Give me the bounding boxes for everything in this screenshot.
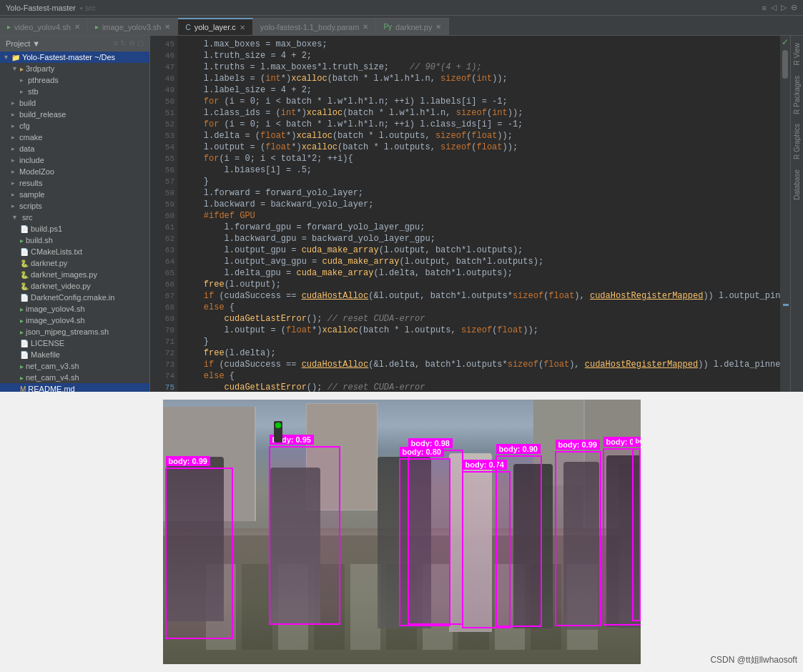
code-line: l.delta = (float*)xcalloc(batch * l.outp… bbox=[183, 130, 774, 142]
folder-label: include bbox=[19, 156, 44, 164]
tab-close-icon[interactable]: ✕ bbox=[435, 23, 441, 31]
file-icon: 📄 bbox=[20, 294, 29, 302]
sidebar-item-build-release[interactable]: ▸ build_release bbox=[0, 109, 149, 120]
tab-close-icon[interactable]: ✕ bbox=[74, 23, 80, 31]
code-line: l.max_boxes = max_boxes; bbox=[183, 39, 774, 50]
arrow-icon: ▸ bbox=[11, 111, 15, 118]
sidebar-item-3rdparty[interactable]: ▼ ▸ 3rdparty bbox=[0, 63, 149, 74]
code-line: l.forward_gpu = forward_yolo_layer_gpu; bbox=[183, 222, 774, 233]
tab-label: image_yolov3.sh bbox=[102, 23, 162, 31]
scroll-marker bbox=[783, 304, 789, 306]
sidebar-file-cmakelists[interactable]: 📄 CMakeLists.txt bbox=[0, 246, 149, 257]
title-bar-text: Yolo-Fastest-master bbox=[6, 4, 76, 12]
sidebar-file-darknet-video[interactable]: 🐍 darknet_video.py bbox=[0, 280, 149, 292]
scrollbar-thumb[interactable] bbox=[782, 50, 788, 79]
tab-darknet-py[interactable]: Py darknet.py ✕ bbox=[376, 18, 449, 35]
sidebar-item-data[interactable]: ▸ data bbox=[0, 143, 149, 154]
file-label: CMakeLists.txt bbox=[31, 247, 82, 256]
detection-box-7: body: 0.99 bbox=[555, 451, 601, 626]
file-label: build.ps1 bbox=[31, 224, 62, 233]
folder-label: stb bbox=[28, 87, 39, 96]
sidebar-file-json-mjpeg[interactable]: ▸ json_mjpeg_streams.sh bbox=[0, 326, 149, 337]
detection-box-9: bod bbox=[632, 448, 641, 621]
minimize-icon[interactable]: ≡ bbox=[762, 4, 767, 12]
sidebar-item-build[interactable]: ▸ build bbox=[0, 97, 149, 109]
sidebar-item-pthreads[interactable]: ▸ pthreads bbox=[0, 74, 149, 86]
project-label[interactable]: Project ▼ bbox=[6, 39, 40, 48]
detection-label-9: bod bbox=[633, 437, 641, 445]
arrow-icon: ▼ bbox=[3, 54, 9, 61]
tab-video-yolov4[interactable]: ▸ video_yolov4.sh ✕ bbox=[0, 18, 88, 35]
file-label: Makefile bbox=[31, 350, 60, 359]
code-line: l.truths = l.max_boxes*l.truth_size; // … bbox=[183, 61, 774, 73]
code-line: l.labels = (int*)xcalloc(batch * l.w*l.h… bbox=[183, 73, 774, 84]
folder-icon: ▸ bbox=[20, 65, 24, 73]
sidebar-file-darknetpy[interactable]: 🐍 darknet.py bbox=[0, 257, 149, 269]
sidebar-item-results[interactable]: ▸ results bbox=[0, 177, 149, 189]
title-bar-icons: ≡ ◁ ▷ ⊖ bbox=[762, 3, 797, 12]
sidebar-file-makefile[interactable]: 📄 Makefile bbox=[0, 349, 149, 360]
sidebar-file-image-yolov4b[interactable]: ▸ image_yolov4.sh bbox=[0, 315, 149, 326]
file-label: README.md bbox=[28, 385, 74, 392]
code-line: #ifdef GPU bbox=[183, 210, 774, 222]
folder-label: results bbox=[19, 179, 42, 187]
tab-yolo-layer[interactable]: C yolo_layer.c ✕ bbox=[178, 18, 252, 35]
code-line: l.biases[i] = .5; bbox=[183, 164, 774, 176]
r-packages-tab[interactable]: R Packages bbox=[792, 71, 802, 119]
tab-label: yolo_layer.c bbox=[194, 23, 236, 31]
file-icon: 📄 bbox=[20, 351, 29, 359]
sidebar-item-stb[interactable]: ▸ stb bbox=[0, 86, 149, 97]
code-line: else { bbox=[183, 370, 774, 382]
folder-label: cfg bbox=[19, 122, 30, 130]
code-line: l.output = (float*)xcalloc(batch * l.out… bbox=[183, 325, 774, 336]
sidebar-file-buildsh[interactable]: ▸ build.sh bbox=[0, 234, 149, 246]
settings-icon[interactable]: ⊖ bbox=[791, 3, 797, 12]
sidebar-file-image-yolov4[interactable]: ▸ image_yolov4.sh bbox=[0, 303, 149, 315]
sidebar-item-root[interactable]: ▼ 📁 Yolo-Fastest-master ~/Des bbox=[0, 51, 149, 63]
sidebar-file-darknet-images[interactable]: 🐍 darknet_images.py bbox=[0, 269, 149, 280]
sidebar-item-cmake[interactable]: ▸ cmake bbox=[0, 132, 149, 143]
sidebar-file-netcamv4[interactable]: ▸ net_cam_v4.sh bbox=[0, 372, 149, 383]
sidebar-item-scripts[interactable]: ▸ scripts bbox=[0, 200, 149, 212]
file-icon: ▸ bbox=[20, 374, 24, 382]
sidebar-file-buildps1[interactable]: 📄 build.ps1 bbox=[0, 223, 149, 234]
sidebar-file-netcamv3[interactable]: ▸ net_cam_v3.sh bbox=[0, 360, 149, 372]
code-line: l.output_gpu = cuda_make_array(l.output,… bbox=[183, 244, 774, 256]
arrow-icon: ▸ bbox=[11, 134, 15, 141]
sidebar-file-darknetconfig[interactable]: 📄 DarknetConfig.cmake.in bbox=[0, 292, 149, 303]
scrollbar[interactable]: ✓ bbox=[780, 36, 790, 392]
back-icon[interactable]: ◁ bbox=[771, 3, 777, 12]
folder-label: build_release bbox=[19, 110, 66, 119]
forward-icon[interactable]: ▷ bbox=[781, 3, 787, 12]
tab-close-icon[interactable]: ✕ bbox=[363, 23, 368, 31]
r-graphics-tab[interactable]: R Graphics bbox=[792, 119, 802, 164]
sidebar-item-sample[interactable]: ▸ sample bbox=[0, 189, 149, 200]
r-view-tab[interactable]: R View bbox=[792, 39, 802, 70]
file-icon: ▸ bbox=[20, 305, 24, 313]
sidebar-item-modelzoo[interactable]: ▸ ModelZoo bbox=[0, 166, 149, 177]
sidebar-item-cfg[interactable]: ▸ cfg bbox=[0, 120, 149, 132]
tab-close-icon[interactable]: ✕ bbox=[164, 23, 170, 31]
sidebar-item-src[interactable]: ▼ src bbox=[0, 212, 149, 223]
sidebar-file-license[interactable]: 📄 LICENSE bbox=[0, 337, 149, 349]
file-icon: ▸ bbox=[20, 317, 24, 325]
arrow-icon: ▸ bbox=[11, 179, 15, 187]
detection-box-2: body: 0.95 bbox=[269, 446, 340, 625]
title-bar-controls: ▪ src bbox=[80, 4, 96, 12]
code-editor[interactable]: 4546474849 5051525354 5556575859 6061626… bbox=[150, 36, 790, 392]
sidebar-file-readme[interactable]: M README.md bbox=[0, 383, 149, 392]
tab-image-yolov3[interactable]: ▸ image_yolov3.sh ✕ bbox=[88, 18, 179, 35]
arrow-icon: ▸ bbox=[11, 191, 15, 198]
sidebar-item-include[interactable]: ▸ include bbox=[0, 154, 149, 166]
detection-box-6: body: 0.90 bbox=[496, 455, 542, 627]
database-tab[interactable]: Database bbox=[792, 165, 802, 204]
code-line: } bbox=[183, 336, 774, 347]
tab-body-param[interactable]: yolo-fastest-1.1_body.param ✕ bbox=[253, 18, 377, 35]
tab-close-icon[interactable]: ✕ bbox=[240, 24, 245, 31]
tab-label: yolo-fastest-1.1_body.param bbox=[260, 23, 360, 31]
file-label: build.sh bbox=[26, 236, 53, 244]
code-content[interactable]: l.max_boxes = max_boxes; l.truth_size = … bbox=[177, 36, 780, 392]
code-line: for (i = 0; i < batch * l.w*l.h*l.n; ++i… bbox=[183, 119, 774, 130]
folder-label: build bbox=[19, 99, 36, 107]
code-line: l.truth_size = 4 + 2; bbox=[183, 50, 774, 61]
